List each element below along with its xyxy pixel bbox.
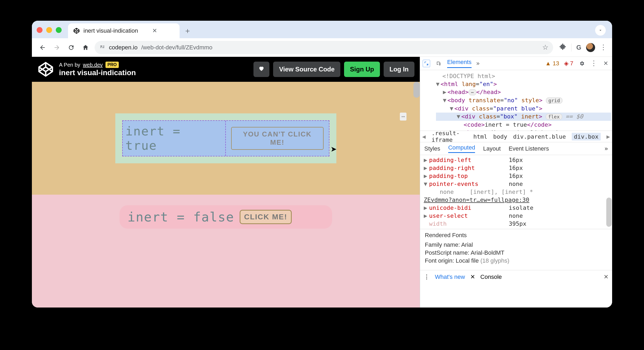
codepen-header: A Pen by web.dev PRO inert visual-indica… bbox=[32, 57, 420, 82]
click-me-button[interactable]: CLICK ME! bbox=[240, 210, 292, 224]
extensions-icon[interactable] bbox=[560, 43, 566, 52]
tabs-overflow-icon[interactable]: » bbox=[476, 60, 480, 67]
breadcrumb-item[interactable]: .result-iframe bbox=[431, 130, 467, 143]
tree-node[interactable]: <button>You can't click me! bbox=[436, 129, 611, 131]
computed-styles[interactable]: ▶padding-left16px▶padding-right16px▶padd… bbox=[420, 155, 612, 229]
computed-source[interactable]: ZEvdmmo?anon=tr…ew=fullpage:30 bbox=[424, 196, 608, 204]
inspect-margin-overlay: inert = true YOU CAN'T CLICK ME! ➤ bbox=[115, 113, 336, 163]
breadcrumb-item[interactable]: body bbox=[493, 133, 507, 140]
breadcrumb-item[interactable]: div.parent.blue bbox=[513, 133, 566, 140]
bookmark-icon[interactable]: ☆ bbox=[542, 43, 548, 52]
reload-icon[interactable] bbox=[66, 42, 77, 53]
tree-node[interactable]: <!DOCTYPE html> bbox=[436, 72, 611, 80]
tree-node[interactable]: ▶<head>⋯</head> bbox=[436, 88, 611, 96]
subtabs-overflow-icon[interactable]: » bbox=[605, 145, 608, 152]
pen-title: inert visual-indication bbox=[59, 69, 136, 77]
computed-property[interactable]: width395px bbox=[424, 220, 608, 228]
devtools-settings-icon[interactable] bbox=[578, 60, 586, 67]
profile-avatar[interactable] bbox=[586, 43, 595, 52]
love-button[interactable] bbox=[253, 62, 269, 77]
inert-true-code: inert = true bbox=[123, 121, 226, 156]
home-icon[interactable] bbox=[80, 42, 91, 53]
tree-node-selected[interactable]: ⋯▼<div class="box" inert> flex == $0 bbox=[436, 113, 611, 121]
window-controls bbox=[37, 27, 62, 38]
pen-author-line: A Pen by web.dev PRO bbox=[59, 62, 136, 68]
inert-false-code: inert = false bbox=[128, 210, 234, 224]
computed-trace[interactable]: none [inert], [inert] * bbox=[424, 188, 608, 196]
maximize-window-icon[interactable] bbox=[56, 27, 62, 33]
box-inert-false: inert = false CLICK ME! bbox=[120, 205, 332, 229]
tree-node[interactable]: ▼<body translate="no" style> grid bbox=[436, 96, 611, 105]
subtab-layout[interactable]: Layout bbox=[483, 145, 501, 152]
issues-errors[interactable]: ◈ 7 bbox=[564, 60, 573, 67]
fonts-header: Rendered Fonts bbox=[425, 232, 607, 239]
breadcrumb-item-selected[interactable]: div.box bbox=[572, 133, 601, 140]
computed-property[interactable]: ▶padding-top16px bbox=[424, 172, 608, 180]
computed-property[interactable]: ▶padding-left16px bbox=[424, 156, 608, 164]
cursor-arrow-icon: ➤ bbox=[331, 145, 337, 153]
font-ps-name: PostScript name: Arial-BoldMT bbox=[425, 249, 607, 257]
drawer-tab-whats-new[interactable]: What's new bbox=[435, 274, 465, 280]
login-button[interactable]: Log In bbox=[384, 62, 414, 77]
computed-property[interactable]: ▼pointer-eventsnone bbox=[424, 180, 608, 188]
chrome-menu-icon[interactable]: ⋮ bbox=[600, 43, 607, 52]
parent-blue: inert = true YOU CAN'T CLICK ME! ➤ bbox=[32, 82, 420, 195]
site-settings-icon[interactable] bbox=[99, 44, 105, 51]
codepen-favicon-icon bbox=[73, 28, 80, 34]
issues-warnings[interactable]: ▲ 13 bbox=[545, 60, 559, 67]
computed-property[interactable]: ▶padding-right16px bbox=[424, 164, 608, 172]
tab-strip: inert visual-indication ✕ ＋ bbox=[32, 21, 612, 38]
crumb-prev-icon[interactable]: ◀ bbox=[422, 133, 426, 140]
rendered-fonts: Rendered Fonts Family name: Arial PostSc… bbox=[420, 229, 612, 267]
page-viewport: A Pen by web.dev PRO inert visual-indica… bbox=[32, 57, 420, 308]
pro-badge: PRO bbox=[105, 62, 119, 68]
tab-overflow-icon[interactable] bbox=[595, 25, 606, 36]
tree-node[interactable]: ▼<div class="parent blue"> bbox=[436, 105, 611, 113]
codepen-logo-icon[interactable] bbox=[37, 61, 54, 78]
box-inert-true: inert = true YOU CAN'T CLICK ME! bbox=[122, 120, 329, 156]
signup-button[interactable]: Sign Up bbox=[344, 62, 380, 77]
example-page: inert = true YOU CAN'T CLICK ME! ➤ inert… bbox=[32, 82, 420, 308]
tree-node[interactable]: ▼<html lang="en"> bbox=[436, 80, 611, 88]
subtab-computed[interactable]: Computed bbox=[448, 144, 475, 153]
element-picker-icon[interactable] bbox=[423, 60, 430, 67]
devtools-scrollbar[interactable] bbox=[606, 198, 612, 227]
font-origin: Font origin: Local file (18 glyphs) bbox=[425, 257, 607, 265]
tree-node[interactable]: <code>inert = true</code> bbox=[436, 121, 611, 129]
toolbar-separator bbox=[571, 44, 571, 52]
devtools-menu-icon[interactable]: ⋮ bbox=[590, 59, 597, 67]
device-toolbar-icon[interactable] bbox=[435, 60, 442, 67]
devtools-drawer: ⋮ What's new ✕ Console ✕ bbox=[420, 270, 612, 283]
url-host: codepen.io bbox=[109, 44, 138, 51]
back-icon[interactable] bbox=[37, 42, 48, 53]
new-tab-icon[interactable]: ＋ bbox=[182, 25, 193, 36]
page-scrollbar[interactable] bbox=[413, 82, 420, 98]
computed-property[interactable]: ▶unicode-bidiisolate bbox=[424, 204, 608, 212]
url-path: /web-dot-dev/full/ZEvdmmo bbox=[141, 44, 213, 51]
close-window-icon[interactable] bbox=[37, 27, 43, 33]
drawer-close-icon[interactable]: ✕ bbox=[604, 274, 608, 280]
browser-tab[interactable]: inert visual-indication ✕ bbox=[68, 23, 180, 38]
close-tab-icon[interactable]: ✕ bbox=[152, 27, 157, 34]
devtools-close-icon[interactable]: ✕ bbox=[602, 60, 609, 67]
tab-elements[interactable]: Elements bbox=[447, 59, 472, 68]
pen-author-link[interactable]: web.dev bbox=[83, 62, 103, 68]
minimize-window-icon[interactable] bbox=[46, 27, 52, 33]
forward-icon bbox=[52, 42, 62, 53]
browser-window: inert visual-indication ✕ ＋ codepen.io/w… bbox=[32, 21, 612, 308]
pen-by-prefix: A Pen by bbox=[59, 62, 80, 68]
computed-property[interactable]: ▶user-selectnone bbox=[424, 212, 608, 220]
drawer-tab-console[interactable]: Console bbox=[480, 274, 502, 280]
subtab-event-listeners[interactable]: Event Listeners bbox=[509, 145, 549, 152]
drawer-menu-icon[interactable]: ⋮ bbox=[424, 274, 430, 280]
subtab-styles[interactable]: Styles bbox=[424, 145, 440, 152]
devtools-panel: Elements » ▲ 13 ◈ 7 ⋮ ✕ <!DOCTYPE html> … bbox=[420, 57, 612, 308]
address-bar[interactable]: codepen.io/web-dot-dev/full/ZEvdmmo ☆ bbox=[95, 41, 553, 54]
dom-breadcrumbs[interactable]: ◀ .result-iframe html body div.parent.bl… bbox=[420, 131, 612, 142]
google-icon[interactable]: G bbox=[576, 44, 581, 51]
drawer-tab-close-icon[interactable]: ✕ bbox=[470, 274, 475, 280]
view-source-button[interactable]: View Source Code bbox=[273, 62, 340, 77]
breadcrumb-item[interactable]: html bbox=[473, 133, 487, 140]
crumb-next-icon[interactable]: ▶ bbox=[607, 133, 610, 140]
elements-tree[interactable]: <!DOCTYPE html> ▼<html lang="en"> ▶<head… bbox=[420, 70, 612, 131]
